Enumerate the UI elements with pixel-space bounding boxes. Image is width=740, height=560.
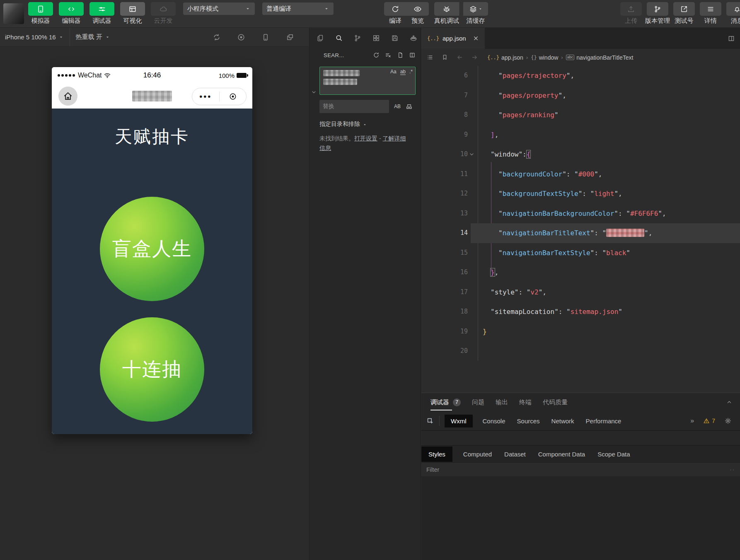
more-menu-button[interactable]: ••• xyxy=(192,89,219,104)
breadcrumb-item[interactable]: {..}app.json xyxy=(487,54,523,61)
styles-tab-scope-data[interactable]: Scope Data xyxy=(597,451,630,458)
inspector-tab-network[interactable]: Network xyxy=(551,418,574,425)
activity-extensions-icon[interactable] xyxy=(372,34,380,42)
new-search-editor-icon[interactable] xyxy=(397,52,404,58)
cloud-icon xyxy=(159,5,167,13)
inspector-tab-wxml[interactable]: Wxml xyxy=(445,415,473,427)
chevron-down-icon[interactable] xyxy=(469,151,475,157)
search-details-toggle[interactable]: 指定目录和排除 xyxy=(319,121,421,128)
activity-files-icon[interactable] xyxy=(316,34,324,42)
warning-count-badge: 7 xyxy=(453,398,461,406)
toolbar-button-real-device-debug[interactable]: 真机调试 xyxy=(435,2,458,25)
toolbar-button-test-account[interactable]: 测试号 xyxy=(673,2,695,25)
devtools-tab-terminal[interactable]: 终端 xyxy=(519,398,532,406)
devtools-tab-debugger[interactable]: 调试器7 xyxy=(430,398,461,406)
panel-collapse-icon[interactable] xyxy=(726,399,733,406)
toolbar-tab-editor[interactable]: 编辑器 xyxy=(58,2,85,25)
devtools-tab-code-quality[interactable]: 代码质量 xyxy=(543,398,568,406)
toolbar-tab-visual[interactable]: 可视化 xyxy=(119,2,146,25)
device-icon[interactable] xyxy=(261,33,270,41)
inspector-tab-sources[interactable]: Sources xyxy=(517,418,540,425)
match-case-toggle[interactable]: Aa xyxy=(390,69,397,75)
inspect-icon[interactable] xyxy=(426,417,434,425)
inspector-tab-console[interactable]: Console xyxy=(483,418,505,425)
toolbar-button-details[interactable]: 详情 xyxy=(699,2,722,25)
chevron-down-icon[interactable] xyxy=(311,89,317,95)
code-token: " xyxy=(559,92,563,99)
code-line: 11"backgroundColor": "#000", xyxy=(421,164,740,184)
mode-dropdown[interactable]: 小程序模式 xyxy=(183,2,255,15)
avatar[interactable] xyxy=(3,3,24,24)
code-token: " xyxy=(614,190,618,198)
code-line: 7"pages/property", xyxy=(421,86,740,106)
activity-search-icon[interactable] xyxy=(335,34,343,42)
whole-word-toggle[interactable]: ab xyxy=(400,69,406,75)
clear-results-icon[interactable] xyxy=(385,52,392,58)
activity-docker-icon[interactable] xyxy=(409,34,418,42)
breadcrumb-label: app.json xyxy=(501,54,523,61)
detach-window-icon[interactable] xyxy=(286,33,294,41)
search-input[interactable]: Aa ab .* xyxy=(319,67,416,95)
search-query-redacted xyxy=(323,79,357,85)
toolbar-button-label: 上传 xyxy=(625,17,637,25)
compile-dropdown[interactable]: 普通编译 xyxy=(262,2,334,15)
capsule-record-button[interactable] xyxy=(220,92,247,101)
gacha-button[interactable]: 盲盒人生 xyxy=(100,197,204,301)
gacha-button[interactable]: 十连抽 xyxy=(100,317,204,422)
toolbar-button-preview[interactable]: 预览 xyxy=(406,2,429,25)
split-editor-icon[interactable] xyxy=(728,35,735,42)
replace-all-icon[interactable] xyxy=(406,103,413,110)
rotate-icon[interactable] xyxy=(213,33,221,41)
layout-icon xyxy=(128,5,137,13)
bookmark-icon[interactable] xyxy=(441,54,448,61)
styles-tab-dataset[interactable]: Dataset xyxy=(504,451,526,458)
preserve-case-toggle[interactable]: AB xyxy=(394,104,401,109)
code-token: " xyxy=(590,229,595,237)
breadcrumb: {..}app.json›{}window›abcnavigationBarTi… xyxy=(487,54,633,61)
activity-save-icon[interactable] xyxy=(391,34,399,42)
record-icon[interactable] xyxy=(237,33,245,41)
styles-tab-styles[interactable]: Styles xyxy=(421,447,452,462)
debug-actions-group: 真机调试清缓存 xyxy=(429,0,487,25)
replace-input[interactable]: 替换 xyxy=(319,100,389,113)
outline-icon[interactable] xyxy=(426,54,433,61)
inspector-tab-performance[interactable]: Performance xyxy=(586,418,622,425)
toolbar-button-compile[interactable]: 编译 xyxy=(384,2,406,25)
devtools-tab-output[interactable]: 输出 xyxy=(496,398,508,406)
devtools-tab-problems[interactable]: 问题 xyxy=(472,398,484,406)
code-token: " xyxy=(590,249,595,257)
breadcrumb-item[interactable]: {}window xyxy=(531,54,558,61)
toolbar-button-messages[interactable]: 消息 xyxy=(726,2,740,25)
close-icon[interactable] xyxy=(473,35,479,41)
code-token: " xyxy=(515,288,519,296)
filter-options-icon[interactable]: ·· xyxy=(730,466,735,473)
breadcrumb-item[interactable]: abcnavigationBarTitleText xyxy=(566,54,634,61)
toolbar-tab-cloud[interactable]: 云开发 xyxy=(150,2,177,25)
toolbar-button-label: 版本管理 xyxy=(645,17,670,25)
hot-reload-toggle[interactable]: 热重载 开 xyxy=(76,33,110,41)
open-editor-icon[interactable] xyxy=(409,52,416,58)
code-editor[interactable]: 6"pages/trajectory",7"pages/property",8"… xyxy=(421,66,740,393)
more-tabs-icon[interactable]: » xyxy=(690,417,694,425)
divider xyxy=(70,28,70,46)
toolbar-tab-simulator[interactable]: 模拟器 xyxy=(27,2,54,25)
toolbar-button-version-control[interactable]: 版本管理 xyxy=(646,2,669,25)
toolbar-button-clear-cache[interactable]: 清缓存 xyxy=(464,2,487,25)
refresh-icon[interactable] xyxy=(373,52,380,58)
tab-app-json[interactable]: {..} app.json xyxy=(421,28,485,49)
gear-icon[interactable] xyxy=(724,417,732,425)
styles-tab-computed[interactable]: Computed xyxy=(463,451,492,458)
regex-toggle[interactable]: .* xyxy=(409,69,413,75)
devtools-tab-label: 问题 xyxy=(472,398,484,406)
styles-tab-component-data[interactable]: Component Data xyxy=(538,451,585,458)
toolbar-tab-debugger[interactable]: 调试器 xyxy=(89,2,115,25)
styles-filter-input[interactable]: Filter xyxy=(426,466,730,473)
simulator-toolbar: iPhone 5 100% 16 热重载 开 xyxy=(0,28,309,47)
home-button[interactable] xyxy=(58,87,77,106)
caret-up-icon xyxy=(363,122,367,127)
activity-source-control-icon[interactable] xyxy=(353,34,362,42)
warnings-indicator[interactable]: 7 xyxy=(703,418,715,424)
dom-tree-pane[interactable] xyxy=(421,430,740,446)
open-settings-link[interactable]: 打开设置 xyxy=(354,135,377,142)
device-selector[interactable]: iPhone 5 100% 16 xyxy=(0,34,64,41)
